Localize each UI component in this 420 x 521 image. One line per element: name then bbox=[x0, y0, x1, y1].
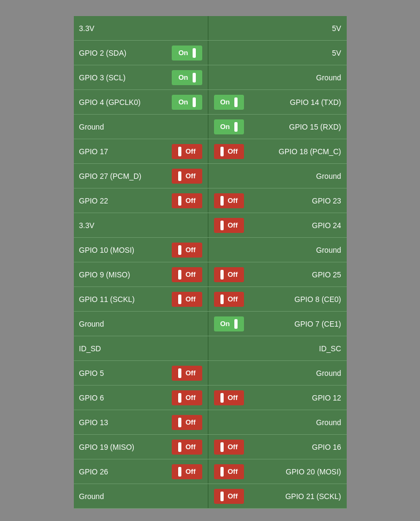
right-label: GPIO 24 bbox=[244, 221, 341, 230]
left-label: GPIO 11 (SCKL) bbox=[79, 295, 172, 304]
left-btn-on[interactable]: On bbox=[172, 95, 202, 110]
cell-right-17: OffGPIO 16 bbox=[208, 435, 347, 459]
table-row: GroundOffGPIO 21 (SCKL) bbox=[74, 484, 347, 509]
table-row: GPIO 5OffGround bbox=[74, 361, 347, 386]
left-label: GPIO 3 (SCL) bbox=[79, 73, 172, 82]
right-btn-on[interactable]: On bbox=[214, 316, 244, 331]
btn-indicator-icon bbox=[178, 368, 181, 378]
right-btn-off[interactable]: Off bbox=[214, 390, 245, 405]
right-label: GPIO 16 bbox=[244, 443, 341, 451]
cell-left-17: GPIO 19 (MISO)Off bbox=[74, 435, 208, 459]
btn-indicator-icon bbox=[178, 393, 181, 403]
table-row: GPIO 13OffGround bbox=[74, 410, 347, 435]
left-btn-off[interactable]: Off bbox=[172, 144, 202, 159]
left-btn-on[interactable]: On bbox=[172, 46, 202, 61]
btn-indicator-icon bbox=[178, 245, 181, 255]
left-btn-on[interactable]: On bbox=[172, 70, 202, 85]
gpio-table: 3.3V5VGPIO 2 (SDA)On5VGPIO 3 (SCL)OnGrou… bbox=[74, 16, 347, 509]
table-row: GPIO 9 (MISO)OffOffGPIO 25 bbox=[74, 262, 347, 287]
right-label: Ground bbox=[214, 418, 341, 427]
btn-indicator-icon bbox=[178, 147, 181, 156]
cell-left-5: GPIO 17Off bbox=[74, 139, 208, 163]
left-btn-off[interactable]: Off bbox=[172, 193, 202, 208]
right-label: GPIO 8 (CE0) bbox=[244, 295, 341, 304]
cell-right-2: Ground bbox=[208, 65, 347, 89]
right-label: Ground bbox=[214, 172, 341, 180]
table-row: GPIO 22OffOffGPIO 23 bbox=[74, 188, 347, 213]
left-label: GPIO 13 bbox=[79, 418, 172, 427]
table-row: GPIO 27 (PCM_D)OffGround bbox=[74, 164, 347, 188]
left-label: GPIO 17 bbox=[79, 147, 172, 156]
cell-right-4: OnGPIO 15 (RXD) bbox=[208, 115, 347, 139]
btn-indicator-icon bbox=[234, 122, 238, 132]
left-label: Ground bbox=[79, 492, 202, 501]
left-btn-off[interactable]: Off bbox=[172, 440, 202, 455]
table-row: GPIO 10 (MOSI)OffGround bbox=[74, 238, 347, 262]
btn-indicator-icon bbox=[220, 492, 224, 501]
left-btn-off[interactable]: Off bbox=[172, 390, 202, 405]
cell-left-8: 3.3V bbox=[74, 213, 208, 237]
cell-right-8: OffGPIO 24 bbox=[208, 213, 347, 237]
cell-right-13: ID_SC bbox=[208, 336, 347, 360]
right-label: GPIO 25 bbox=[244, 270, 341, 279]
cell-left-3: GPIO 4 (GPCLK0)On bbox=[74, 90, 208, 114]
left-label: Ground bbox=[79, 123, 202, 131]
right-btn-off[interactable]: Off bbox=[214, 267, 245, 282]
right-btn-off[interactable]: Off bbox=[214, 292, 245, 307]
cell-left-11: GPIO 11 (SCKL)Off bbox=[74, 287, 208, 311]
cell-right-12: OnGPIO 7 (CE1) bbox=[208, 312, 347, 336]
cell-right-18: OffGPIO 20 (MOSI) bbox=[208, 459, 347, 484]
cell-left-0: 3.3V bbox=[74, 16, 208, 40]
right-btn-off[interactable]: Off bbox=[214, 218, 245, 233]
right-label: GPIO 15 (RXD) bbox=[244, 123, 341, 131]
left-label: GPIO 9 (MISO) bbox=[79, 270, 172, 279]
table-row: GPIO 26OffOffGPIO 20 (MOSI) bbox=[74, 459, 347, 484]
btn-indicator-icon bbox=[178, 442, 181, 452]
right-btn-off[interactable]: Off bbox=[214, 440, 245, 455]
cell-right-10: OffGPIO 25 bbox=[208, 262, 347, 286]
right-btn-off[interactable]: Off bbox=[214, 489, 245, 504]
left-label: GPIO 5 bbox=[79, 369, 172, 377]
btn-indicator-icon bbox=[178, 467, 181, 477]
left-label: GPIO 22 bbox=[79, 197, 172, 205]
table-row: GPIO 2 (SDA)On5V bbox=[74, 41, 347, 65]
right-btn-on[interactable]: On bbox=[214, 95, 244, 110]
cell-left-7: GPIO 22Off bbox=[74, 188, 208, 213]
right-btn-off[interactable]: Off bbox=[214, 464, 245, 479]
left-btn-off[interactable]: Off bbox=[172, 464, 202, 479]
right-label: 5V bbox=[214, 49, 341, 57]
btn-indicator-icon bbox=[178, 295, 181, 304]
cell-left-18: GPIO 26Off bbox=[74, 459, 208, 484]
right-label: Ground bbox=[214, 369, 341, 377]
right-btn-on[interactable]: On bbox=[214, 119, 244, 134]
cell-right-5: OffGPIO 18 (PCM_C) bbox=[208, 139, 347, 163]
left-btn-off[interactable]: Off bbox=[172, 267, 202, 282]
btn-indicator-icon bbox=[178, 196, 181, 206]
right-label: Ground bbox=[214, 246, 341, 254]
right-btn-off[interactable]: Off bbox=[214, 193, 245, 208]
cell-right-0: 5V bbox=[208, 16, 347, 40]
table-row: GPIO 19 (MISO)OffOffGPIO 16 bbox=[74, 435, 347, 459]
cell-right-19: OffGPIO 21 (SCKL) bbox=[208, 484, 347, 508]
cell-left-4: Ground bbox=[74, 115, 208, 139]
left-btn-off[interactable]: Off bbox=[172, 243, 202, 258]
cell-right-11: OffGPIO 8 (CE0) bbox=[208, 287, 347, 311]
btn-indicator-icon bbox=[193, 97, 196, 107]
table-row: GPIO 3 (SCL)OnGround bbox=[74, 65, 347, 90]
btn-indicator-icon bbox=[220, 467, 224, 477]
btn-indicator-icon bbox=[220, 295, 224, 304]
cell-right-7: OffGPIO 23 bbox=[208, 188, 347, 213]
cell-left-16: GPIO 13Off bbox=[74, 410, 208, 434]
left-btn-off[interactable]: Off bbox=[172, 415, 202, 430]
left-btn-off[interactable]: Off bbox=[172, 366, 202, 381]
table-row: GPIO 11 (SCKL)OffOffGPIO 8 (CE0) bbox=[74, 287, 347, 312]
right-btn-off[interactable]: Off bbox=[214, 144, 245, 159]
left-btn-off[interactable]: Off bbox=[172, 292, 202, 307]
cell-left-19: Ground bbox=[74, 484, 208, 508]
btn-indicator-icon bbox=[220, 442, 224, 452]
left-btn-off[interactable]: Off bbox=[172, 169, 202, 184]
left-label: 3.3V bbox=[79, 221, 202, 230]
cell-right-3: OnGPIO 14 (TXD) bbox=[208, 90, 347, 114]
btn-indicator-icon bbox=[234, 97, 238, 107]
btn-indicator-icon bbox=[193, 48, 196, 58]
